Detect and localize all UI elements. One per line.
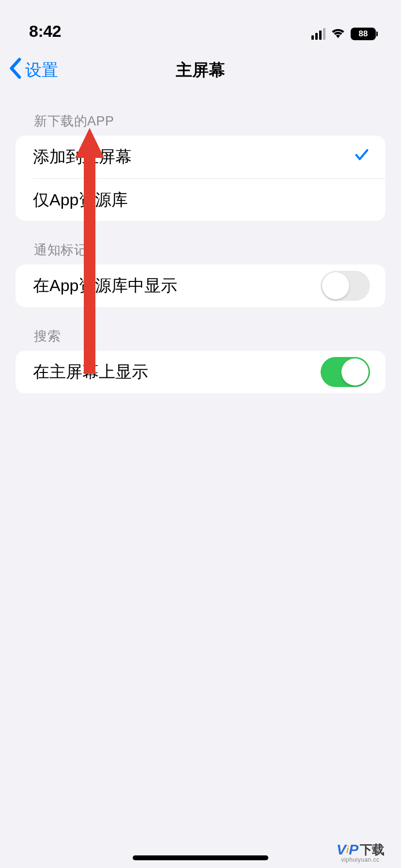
watermark-letter: V	[337, 841, 346, 858]
status-indicators: 88	[311, 27, 378, 41]
status-time: 8:42	[29, 22, 61, 41]
navigation-bar: 设置 主屏幕	[0, 48, 401, 92]
group-badges: 在App资源库中显示	[15, 264, 386, 307]
battery-icon: 88	[351, 28, 378, 40]
watermark-url: viphuiyuan.cc	[341, 856, 379, 863]
chevron-left-icon	[9, 58, 21, 83]
option-label: 添加到主屏幕	[33, 146, 132, 168]
option-add-to-home[interactable]: 添加到主屏幕	[15, 136, 386, 178]
section-header-search: 搜索	[0, 307, 401, 351]
section-header-badges: 通知标记	[0, 221, 401, 264]
section-header-new-apps: 新下载的APP	[0, 92, 401, 136]
checkmark-icon	[354, 147, 370, 167]
back-label: 设置	[25, 59, 58, 81]
option-app-library-only[interactable]: 仅App资源库	[33, 178, 386, 221]
row-show-in-app-library[interactable]: 在App资源库中显示	[15, 264, 386, 307]
watermark-cn: 下载	[360, 841, 384, 858]
page-title: 主屏幕	[176, 59, 225, 81]
back-button[interactable]: 设置	[0, 58, 58, 83]
home-indicator[interactable]	[133, 855, 268, 860]
row-label: 在主屏幕上显示	[33, 361, 148, 383]
row-show-on-home-screen[interactable]: 在主屏幕上显示	[15, 351, 386, 393]
watermark-letter: P	[349, 841, 358, 858]
cellular-signal-icon	[311, 28, 325, 40]
wifi-icon	[330, 27, 346, 41]
toggle-show-in-app-library[interactable]	[321, 271, 370, 301]
status-bar: 8:42 88	[0, 0, 401, 48]
watermark: V i P 下载 viphuiyuan.cc	[320, 836, 401, 868]
group-search: 在主屏幕上显示	[15, 351, 386, 393]
row-label: 在App资源库中显示	[33, 275, 178, 297]
toggle-show-on-home-screen[interactable]	[321, 357, 370, 387]
option-label: 仅App资源库	[33, 189, 128, 211]
group-new-apps: 添加到主屏幕 仅App资源库	[15, 136, 386, 221]
